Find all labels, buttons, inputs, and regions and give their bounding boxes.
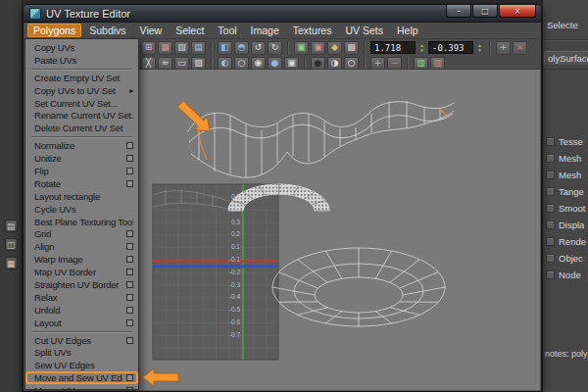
- snap-grid-icon[interactable]: ▣: [294, 41, 309, 55]
- menubar-item-image[interactable]: Image: [245, 24, 285, 37]
- toolbar-separator: [287, 41, 289, 55]
- minimize-button[interactable]: –: [446, 5, 471, 18]
- close-button[interactable]: ×: [499, 5, 536, 18]
- v-value-field[interactable]: -0.393: [428, 41, 473, 54]
- menubar-item-select[interactable]: Select: [170, 24, 210, 37]
- u-value-field[interactable]: 1.718: [370, 41, 416, 54]
- menu-item-grid[interactable]: Grid: [25, 227, 138, 240]
- remove-from-selection-icon[interactable]: ×: [513, 41, 527, 55]
- section-toggle-icon[interactable]: [546, 204, 555, 213]
- section-toggle-icon[interactable]: [546, 137, 555, 146]
- menu-item-cycle-uvs[interactable]: Cycle UVs: [25, 203, 138, 216]
- menu-item-rename-current-uv-set[interactable]: Rename Current UV Set...: [25, 109, 138, 122]
- flip-u-icon[interactable]: ◧: [218, 41, 232, 55]
- sew-uv-edges-icon[interactable]: ≈: [158, 57, 172, 71]
- isolate-remove-icon[interactable]: −: [387, 57, 402, 71]
- menu-item-flip[interactable]: Flip: [25, 165, 138, 177]
- white-sphere-icon[interactable]: ○: [344, 57, 359, 71]
- menubar-item-uv-sets[interactable]: UV Sets: [339, 24, 389, 37]
- uv-grid: [153, 184, 278, 360]
- menu-item-unfold[interactable]: Unfold: [25, 304, 138, 317]
- menu-item-create-empty-uv-set[interactable]: Create Empty UV Set: [25, 72, 138, 84]
- menubar-item-textures[interactable]: Textures: [287, 24, 338, 37]
- toolbox-icon[interactable]: ◫: [5, 238, 18, 251]
- rotate-ccw-icon[interactable]: ↺: [251, 41, 266, 55]
- section-toggle-icon[interactable]: [546, 254, 555, 263]
- menu-item-merge-uvs[interactable]: Merge UVs: [25, 384, 138, 390]
- menu-item-relax[interactable]: Relax: [25, 291, 138, 304]
- menu-item-map-uv-border[interactable]: Map UV Border: [25, 266, 138, 278]
- menu-item-layout-rectangle[interactable]: Layout rectangle: [25, 190, 138, 203]
- filtered-image-icon[interactable]: ◉: [251, 57, 266, 71]
- isolate-add-icon[interactable]: +: [370, 57, 385, 71]
- toolbox-icon[interactable]: ▤: [5, 220, 18, 232]
- uv-borders-icon[interactable]: ▩: [344, 41, 359, 55]
- toggle-image-icon[interactable]: ○: [234, 57, 249, 71]
- section-mesh-controls[interactable]: Mesh: [546, 167, 588, 183]
- cut-uv-edges-icon[interactable]: ╳: [141, 57, 156, 71]
- section-object-display[interactable]: Objec: [546, 250, 588, 267]
- section-toggle-icon[interactable]: [546, 171, 555, 179]
- toolbar-separator: [211, 41, 213, 55]
- menubar-item-polygons[interactable]: Polygons: [27, 24, 81, 37]
- section-smooth-mesh[interactable]: Smoot: [546, 200, 588, 217]
- section-label: Tesse: [559, 136, 583, 147]
- menu-item-split-uvs[interactable]: Split UVs: [25, 346, 138, 359]
- menu-item-unitize[interactable]: Unitize: [25, 152, 138, 165]
- section-toggle-icon[interactable]: [546, 154, 555, 163]
- menu-item-paste-uvs[interactable]: Paste UVs: [25, 54, 138, 67]
- uv-lattice-tool-icon[interactable]: ⊞: [141, 41, 156, 55]
- menu-item-align[interactable]: Align: [25, 240, 138, 253]
- section-tangent-space[interactable]: Tange: [546, 183, 588, 200]
- section-toggle-icon[interactable]: [546, 237, 555, 246]
- add-to-selection-icon[interactable]: +: [496, 41, 511, 55]
- flip-v-icon[interactable]: ◓: [234, 41, 249, 55]
- titlebar[interactable]: UV Texture Editor – □ ×: [24, 5, 541, 23]
- section-render-stats[interactable]: Rende: [546, 233, 588, 250]
- menu-item-cut-uv-edges[interactable]: Cut UV Edges: [25, 334, 138, 347]
- section-node-behavior[interactable]: Node: [546, 267, 588, 283]
- menubar-item-help[interactable]: Help: [391, 24, 424, 37]
- dim-image-icon[interactable]: ◐: [218, 57, 232, 71]
- menu-item-straighten-uv-border[interactable]: Straighten UV Border: [25, 278, 138, 291]
- toolbox-icon[interactable]: ▦: [5, 257, 18, 270]
- shaded-uvs-icon[interactable]: ●: [268, 57, 282, 71]
- menu-item-rotate[interactable]: Rotate: [25, 177, 138, 190]
- texture-borders-icon[interactable]: ▣: [284, 57, 299, 71]
- menu-item-copy-uvs-to-uv-set[interactable]: Copy UVs to UV Set ▸: [25, 84, 138, 97]
- smudge-uv-tool-icon[interactable]: ▧: [174, 41, 189, 55]
- snap-pixel-icon[interactable]: ▣: [311, 41, 325, 55]
- polysurface-tab[interactable]: olySurface: [544, 51, 588, 65]
- section-tessellation[interactable]: Tesse: [546, 133, 588, 150]
- menubar-item-view[interactable]: View: [134, 24, 169, 37]
- section-mesh-component-display[interactable]: Mesh: [546, 150, 588, 167]
- section-toggle-icon[interactable]: [546, 220, 555, 229]
- uv-grid-green-icon[interactable]: ▥: [414, 57, 428, 71]
- menu-item-best-plane-texturing-tool[interactable]: Best Plane Texturing Tool: [25, 216, 138, 228]
- layout-uvs-icon[interactable]: ▭: [174, 57, 189, 71]
- menubar-item-subdivs[interactable]: Subdivs: [83, 24, 131, 37]
- menu-item-sew-uv-edges[interactable]: Sew UV Edges: [25, 359, 138, 371]
- menubar-item-tool[interactable]: Tool: [212, 24, 242, 37]
- menu-item-move-and-sew-uv-edges[interactable]: Move and Sew UV Edges: [25, 371, 138, 384]
- dark-sphere-icon[interactable]: ●: [311, 57, 325, 71]
- grab-uv-tool-icon[interactable]: ▤: [191, 41, 206, 55]
- section-toggle-icon[interactable]: [546, 270, 555, 279]
- maximize-button[interactable]: □: [472, 5, 498, 18]
- v-value-spinner[interactable]: ▴ ▾: [475, 43, 484, 52]
- unfold-uvs-icon[interactable]: ▨: [191, 57, 206, 71]
- menu-item-layout[interactable]: Layout: [25, 317, 138, 329]
- menu-item-normalize[interactable]: Normalize: [25, 139, 138, 152]
- menu-item-copy-uvs[interactable]: Copy UVs: [25, 41, 138, 54]
- checker-sphere-icon[interactable]: ◑: [327, 57, 342, 71]
- section-toggle-icon[interactable]: [546, 187, 555, 196]
- move-uv-tool-icon[interactable]: ▦: [158, 41, 172, 55]
- menu-item-set-current-uv-set[interactable]: Set Current UV Set...: [25, 97, 138, 110]
- menu-item-warp-image[interactable]: Warp Image: [25, 253, 138, 266]
- menu-item-delete-current-uv-set[interactable]: Delete Current UV Set: [25, 122, 138, 134]
- uv-grid-red-icon[interactable]: ▥: [430, 57, 445, 71]
- u-value-spinner[interactable]: ▴ ▾: [417, 43, 426, 52]
- rotate-cw-icon[interactable]: ↻: [268, 41, 282, 55]
- section-displacement-map[interactable]: Displa: [546, 217, 588, 233]
- cycle-uvs-icon[interactable]: ◆: [327, 41, 342, 55]
